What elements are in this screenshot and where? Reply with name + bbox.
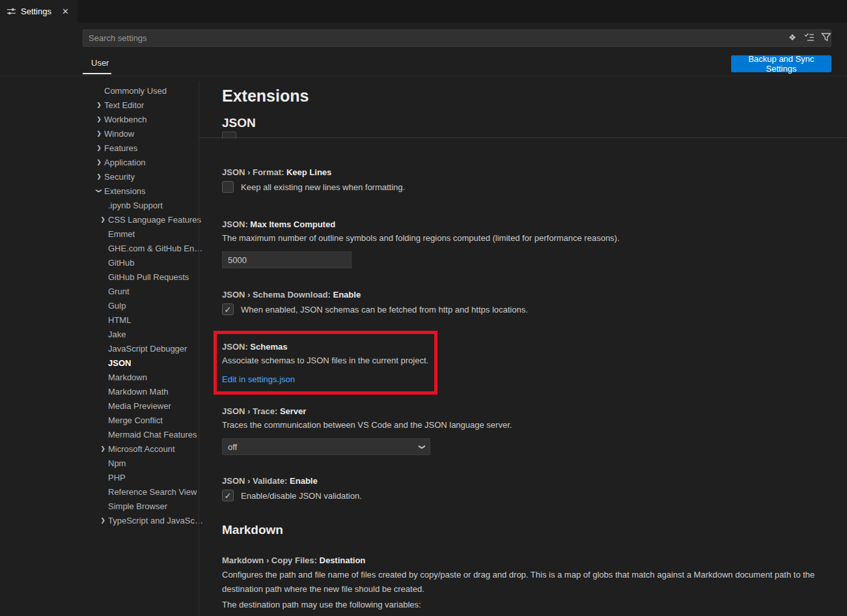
chevron-right-icon: ❯ (98, 216, 108, 223)
section-heading-json: JSON (222, 116, 256, 130)
setting-title-copy-files-destination: Markdown › Copy Files: Destination (222, 555, 365, 565)
toc-item-security[interactable]: ❯Security (0, 169, 199, 184)
toc-item-label: Mermaid Chat Features (108, 430, 197, 440)
toc-item-label: JSON (108, 358, 131, 368)
setting-title-prefix: JSON › Schema Download: (222, 290, 333, 300)
toc-item-html[interactable]: HTML (0, 313, 199, 327)
setting-title-max-items-computed: JSON: Max Items Computed (222, 219, 335, 229)
chevron-right-icon: ❯ (94, 159, 104, 165)
toc-item-label: .ipynb Support (108, 201, 163, 210)
chevron-right-icon: ❯ (94, 130, 104, 137)
toc-item-ipynb-support[interactable]: .ipynb Support (0, 198, 199, 212)
backup-sync-settings-button[interactable]: Backup and Sync Settings (731, 55, 831, 72)
toc-item-mermaid-chat-features[interactable]: Mermaid Chat Features (0, 427, 199, 441)
toc-item-label: Features (104, 143, 137, 153)
setting-title-name: Destination (320, 555, 366, 565)
chevron-down-icon: ❯ (96, 186, 102, 196)
settings-toc: Commonly Used❯Text Editor❯Workbench❯Wind… (0, 83, 199, 527)
toc-item-php[interactable]: PHP (0, 470, 199, 484)
toc-item-label: Microsoft Account (108, 444, 175, 454)
setting-title-name: Enable (333, 290, 361, 300)
setting-title-prefix: Markdown › Copy Files: (222, 555, 320, 565)
toc-item-css-language-features[interactable]: ❯CSS Language Features (0, 212, 199, 227)
tab-user[interactable]: User (91, 58, 109, 68)
toc-item-markdown[interactable]: Markdown (0, 370, 199, 384)
checkbox-schema-download-enable[interactable]: ✓ (222, 303, 234, 315)
toc-item-gulp[interactable]: Gulp (0, 298, 199, 313)
search-settings-input[interactable] (83, 29, 831, 47)
toc-item-label: Merge Conflict (108, 415, 163, 425)
toc-item-github-pull-requests[interactable]: GitHub Pull Requests (0, 270, 199, 284)
chevron-right-icon: ❯ (94, 145, 104, 151)
toc-item-microsoft-account[interactable]: ❯Microsoft Account (0, 441, 199, 456)
checkbox-format-keep-lines[interactable] (222, 181, 234, 193)
toc-item-label: Npm (108, 458, 126, 468)
toc-item-ghe-com-github-en[interactable]: GHE.com & GitHub En… (0, 241, 199, 255)
setting-title-validate-enable: JSON › Validate: Enable (222, 476, 318, 486)
search-toolbar: ❖ (786, 31, 832, 43)
header-separator (0, 76, 847, 76)
setting-description: Associate schemas to JSON files in the c… (222, 354, 428, 368)
toc-item-simple-browser[interactable]: Simple Browser (0, 499, 199, 513)
toc-item-extensions[interactable]: ❯Extensions (0, 184, 199, 198)
tab-title: Settings (21, 7, 51, 16)
toc-item-application[interactable]: ❯Application (0, 155, 199, 169)
edit-in-settings-json-link[interactable]: Edit in settings.json (222, 374, 295, 384)
chevron-right-icon: ❯ (98, 445, 108, 452)
chevron-right-icon: ❯ (94, 173, 104, 180)
tab-close-icon[interactable]: ✕ (60, 6, 71, 17)
toc-item-label: JavaScript Debugger (108, 344, 187, 354)
toc-item-javascript-debugger[interactable]: JavaScript Debugger (0, 341, 199, 356)
toc-item-label: TypeScript and JavaSc… (108, 516, 203, 525)
toc-item-text-editor[interactable]: ❯Text Editor (0, 98, 199, 112)
toc-item-github[interactable]: GitHub (0, 255, 199, 270)
checkbox-validate-enable[interactable]: ✓ (222, 490, 234, 501)
chevron-down-icon: ❯ (418, 444, 425, 449)
show-modified-settings-icon[interactable] (803, 31, 815, 43)
toc-item-workbench[interactable]: ❯Workbench (0, 112, 199, 126)
toc-item-label: GitHub (108, 258, 134, 268)
toc-main-divider[interactable] (199, 81, 199, 616)
toc-item-label: GHE.com & GitHub En… (108, 244, 202, 253)
setting-title-prefix: JSON: (222, 342, 250, 352)
group-heading: Extensions (222, 87, 309, 105)
settings-tab[interactable]: Settings ✕ (0, 0, 77, 23)
toc-item-label: HTML (108, 315, 131, 325)
toc-item-label: Security (104, 172, 135, 182)
trace-server-select[interactable]: off ❯ (222, 438, 430, 455)
setting-title-trace-server: JSON › Trace: Server (222, 406, 306, 416)
setting-description: The maximum number of outline symbols an… (222, 231, 620, 245)
toc-item-grunt[interactable]: Grunt (0, 284, 199, 298)
filter-funnel-icon[interactable] (820, 31, 832, 43)
max-items-computed-input[interactable] (222, 251, 352, 268)
toc-item-label: Window (104, 129, 134, 139)
toc-item-markdown-math[interactable]: Markdown Math (0, 384, 199, 399)
toc-item-label: Gulp (108, 301, 126, 311)
toc-item-label: CSS Language Features (108, 215, 201, 225)
toc-item-jake[interactable]: Jake (0, 327, 199, 341)
chevron-right-icon: ❯ (94, 102, 104, 108)
toc-item-label: Extensions (104, 186, 146, 196)
toc-item-media-previewer[interactable]: Media Previewer (0, 399, 199, 413)
setting-title-schemas: JSON: Schemas (222, 342, 287, 352)
vscode-settings-window: Settings ✕ ❖ User Backup and Sync Se (0, 0, 847, 616)
toc-item-npm[interactable]: Npm (0, 456, 199, 470)
toc-item-label: Text Editor (104, 100, 144, 110)
toc-item-label: Workbench (104, 115, 147, 124)
toc-item-json[interactable]: JSON (0, 356, 199, 370)
toc-item-label: Markdown (108, 372, 147, 382)
toc-item-features[interactable]: ❯Features (0, 141, 199, 155)
ai-sparkle-icon[interactable]: ❖ (786, 31, 798, 43)
toc-item-commonly-used[interactable]: Commonly Used (0, 83, 199, 98)
toc-item-window[interactable]: ❯Window (0, 126, 199, 141)
setting-title-name: Enable (290, 476, 318, 486)
toc-item-reference-search-view[interactable]: Reference Search View (0, 484, 199, 499)
select-value: off (228, 442, 237, 452)
setting-title-schema-download-enable: JSON › Schema Download: Enable (222, 290, 361, 300)
setting-title-name: Schemas (250, 342, 287, 352)
toc-item-label: Media Previewer (108, 401, 171, 411)
toc-item-emmet[interactable]: Emmet (0, 227, 199, 241)
toc-item-label: Application (104, 158, 146, 167)
toc-item-merge-conflict[interactable]: Merge Conflict (0, 413, 199, 427)
toc-item-typescript-and-javasc[interactable]: ❯TypeScript and JavaSc… (0, 513, 199, 527)
